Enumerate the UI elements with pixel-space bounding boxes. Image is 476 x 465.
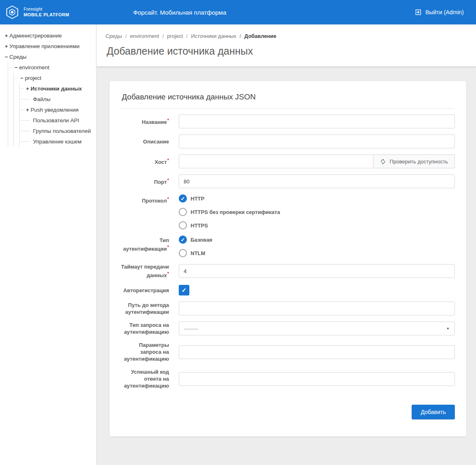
main-area: Среды environment project Источники данн… [97, 24, 476, 465]
radio-ntlm-label: NTLM [191, 250, 205, 256]
brand-name: Foresight [24, 7, 69, 12]
sidebar-item-label: Управление приложениями [9, 43, 79, 49]
expand-icon[interactable]: + [3, 33, 9, 39]
sidebar-item-label: project [25, 75, 42, 81]
breadcrumb-environments[interactable]: Среды [105, 33, 122, 39]
chevron-down-icon: ▼ [446, 327, 450, 331]
auth-request-params-input[interactable] [179, 345, 455, 359]
port-input[interactable] [179, 174, 455, 188]
radio-unchecked-icon[interactable] [179, 249, 187, 257]
breadcrumb-data-sources[interactable]: Источники данных [183, 33, 236, 39]
sidebar-item-label: Среды [9, 54, 26, 60]
radio-https-no-cert-label: HTTPS без проверки сертификата [191, 209, 280, 215]
sidebar-item-administration[interactable]: + Администрирование [2, 30, 94, 41]
brand-text: Foresight MOBILE PLATFORM [24, 7, 69, 18]
radio-basic-auth[interactable]: ✓ Базовая [179, 236, 455, 244]
form-row-timeout: Таймаут передачи данных [121, 263, 455, 279]
expand-icon[interactable]: + [24, 107, 31, 113]
breadcrumb-project[interactable]: project [159, 33, 183, 39]
card-title: Добавление источника данных JSON [121, 91, 455, 108]
radio-unchecked-icon[interactable] [179, 208, 187, 216]
sidebar-item-app-management[interactable]: + Управление приложениями [2, 41, 94, 51]
sidebar-item-project[interactable]: − project [14, 73, 94, 83]
auth-success-code-label: Успешный код ответа на аутентификацию [121, 368, 169, 389]
form-row-auth-type: Тип аутентификации ✓ Базовая NTLM [121, 236, 455, 257]
form-row-host: Хост Проверить доступность [121, 154, 455, 168]
expand-icon[interactable]: + [3, 43, 9, 49]
auth-path-input[interactable] [179, 302, 455, 315]
logout-button[interactable]: Выйти (Admin) [412, 8, 466, 16]
collapse-icon[interactable]: − [3, 54, 9, 60]
form-row-auth-success-code: Успешный код ответа на аутентификацию [121, 368, 455, 389]
tree-connector [15, 78, 18, 78]
refresh-icon [380, 159, 386, 165]
sidebar-item-label: Управление кэшем [33, 139, 81, 145]
breadcrumb-environment[interactable]: environment [122, 33, 159, 39]
sidebar-item-push-notifications[interactable]: + Push уведомления [20, 104, 94, 115]
form-row-port: Порт [121, 174, 455, 188]
port-label: Порт [121, 177, 169, 185]
radio-checked-icon[interactable]: ✓ [179, 236, 187, 244]
sidebar-item-user-groups[interactable]: Группы пользователей [20, 126, 94, 136]
auth-path-label: Путь до метода аутентификации [121, 302, 169, 315]
host-input[interactable] [179, 154, 373, 168]
radio-checked-icon[interactable]: ✓ [179, 194, 187, 203]
auth-success-code-input[interactable] [179, 372, 455, 386]
sidebar-item-data-sources[interactable]: + Источники данных [20, 83, 94, 94]
timeout-input[interactable] [179, 264, 455, 278]
nav-tree: + Администрирование + Управление приложе… [2, 30, 94, 147]
breadcrumb: Среды environment project Источники данн… [105, 33, 465, 39]
breadcrumb-current: Добавление [236, 33, 276, 39]
form-row-protocol: Протокол ✓ HTTP HTTPS без проверки серти… [121, 194, 455, 229]
tree-connector [20, 131, 30, 131]
tree-connector [9, 67, 12, 68]
tree-connector [20, 88, 24, 89]
select-value: -------- [184, 326, 198, 332]
description-input[interactable] [179, 134, 455, 148]
sidebar-item-label: Группы пользователей [33, 128, 91, 134]
sidebar-item-label: environment [19, 64, 49, 71]
radio-http[interactable]: ✓ HTTP [179, 194, 455, 203]
auth-request-params-label: Параметры запроса на аутентификацию [121, 342, 169, 362]
logout-label: Выйти (Admin) [426, 9, 464, 15]
form-row-auth-request-params: Параметры запроса на аутентификацию [121, 342, 455, 362]
tree-connector [20, 110, 24, 110]
autoregistration-label: Авторегистрация [121, 287, 169, 294]
expand-icon[interactable]: + [24, 86, 31, 92]
sidebar: + Администрирование + Управление приложе… [0, 24, 97, 465]
sidebar-item-files[interactable]: Файлы [20, 94, 94, 104]
radio-ntlm[interactable]: NTLM [179, 249, 455, 257]
sidebar-item-environments[interactable]: − Среды [2, 51, 94, 62]
form-row-auth-request-type: Тип запроса на аутентификацию -------- ▼ [121, 322, 455, 335]
protocol-label: Протокол [121, 194, 169, 204]
check-availability-button[interactable]: Проверить доступность [373, 154, 455, 168]
sidebar-item-label: Push уведомления [31, 107, 79, 113]
radio-unchecked-icon[interactable] [179, 221, 187, 229]
radio-https-no-cert[interactable]: HTTPS без проверки сертификата [179, 208, 455, 216]
radio-basic-auth-label: Базовая [191, 237, 212, 243]
breadcrumb-section: Среды environment project Источники данн… [97, 24, 476, 66]
radio-https-label: HTTPS [191, 223, 208, 229]
sidebar-item-label: Пользователи API [33, 117, 79, 123]
form-row-autoregistration: Авторегистрация ✓ [121, 285, 455, 295]
name-input[interactable] [179, 115, 455, 128]
auth-type-label: Тип аутентификации [121, 236, 169, 252]
form-card: Добавление источника данных JSON Названи… [110, 81, 466, 436]
sidebar-item-environment[interactable]: − environment [8, 62, 94, 73]
tree-connector [20, 99, 30, 99]
sidebar-item-label: Администрирование [9, 33, 62, 39]
collapse-icon[interactable]: − [13, 64, 19, 71]
timeout-label: Таймаут передачи данных [121, 263, 169, 279]
form-row-description: Описание [121, 134, 455, 148]
auth-request-type-select[interactable]: -------- ▼ [179, 322, 455, 335]
radio-https[interactable]: HTTPS [179, 221, 455, 229]
app-header: Foresight MOBILE PLATFORM Форсайт. Мобил… [0, 0, 476, 24]
foresight-logo-icon [5, 5, 20, 20]
autoregistration-checkbox[interactable]: ✓ [179, 285, 189, 295]
submit-button[interactable]: Добавить [412, 405, 455, 419]
collapse-icon[interactable]: − [19, 75, 25, 81]
sidebar-item-label: Файлы [33, 96, 50, 102]
sidebar-item-cache-management[interactable]: Управление кэшем [20, 136, 94, 147]
content: Добавление источника данных JSON Названи… [97, 66, 476, 465]
sidebar-item-api-users[interactable]: Пользователи API [20, 115, 94, 126]
